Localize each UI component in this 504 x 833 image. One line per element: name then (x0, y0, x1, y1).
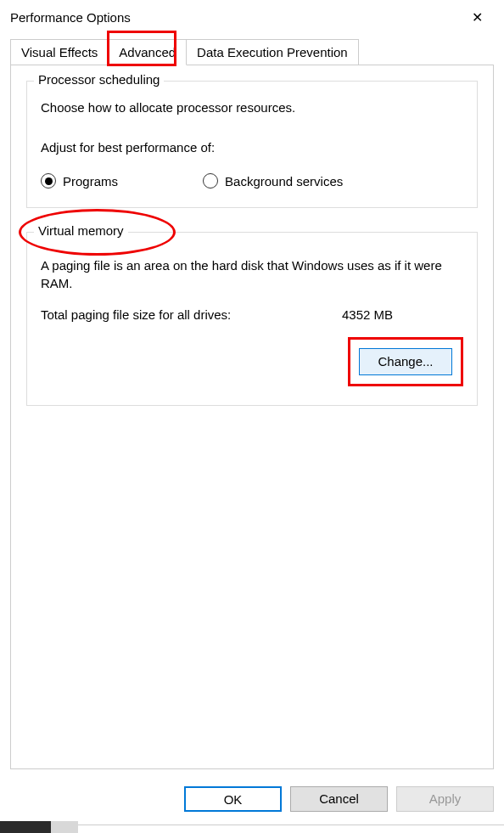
radio-programs[interactable]: Programs (41, 173, 118, 189)
processor-scheduling-group: Processor scheduling Choose how to alloc… (26, 81, 478, 208)
tab-visual-effects[interactable]: Visual Effects (10, 39, 109, 65)
radio-programs-label: Programs (63, 174, 118, 189)
close-button[interactable]: ✕ (460, 5, 494, 29)
tab-data-execution-prevention[interactable]: Data Execution Prevention (186, 39, 359, 65)
virtual-memory-group: Virtual memory A paging file is an area … (26, 232, 478, 406)
paging-size-label: Total paging file size for all drives: (41, 307, 342, 322)
close-icon: ✕ (472, 9, 483, 25)
processor-scheduling-description: Choose how to allocate processor resourc… (41, 100, 463, 115)
cancel-button[interactable]: Cancel (290, 786, 388, 812)
adjust-performance-label: Adjust for best performance of: (41, 140, 463, 155)
taskbar-strip (0, 821, 504, 833)
radio-background-services[interactable]: Background services (203, 173, 343, 189)
radio-icon (41, 173, 56, 189)
window-title: Performance Options (10, 10, 131, 25)
tab-content: Processor scheduling Choose how to alloc… (10, 65, 494, 769)
apply-button: Apply (396, 786, 494, 812)
paging-size-value: 4352 MB (342, 307, 393, 322)
processor-scheduling-title: Processor scheduling (34, 72, 164, 87)
radio-background-label: Background services (225, 174, 343, 189)
change-button[interactable]: Change... (359, 348, 452, 375)
tab-advanced[interactable]: Advanced (108, 39, 187, 65)
annotation-highlight-change: Change... (348, 337, 463, 386)
virtual-memory-description: A paging file is an area on the hard dis… (41, 256, 463, 292)
virtual-memory-title: Virtual memory (34, 223, 128, 238)
radio-icon (203, 173, 218, 189)
ok-button[interactable]: OK (184, 786, 282, 812)
